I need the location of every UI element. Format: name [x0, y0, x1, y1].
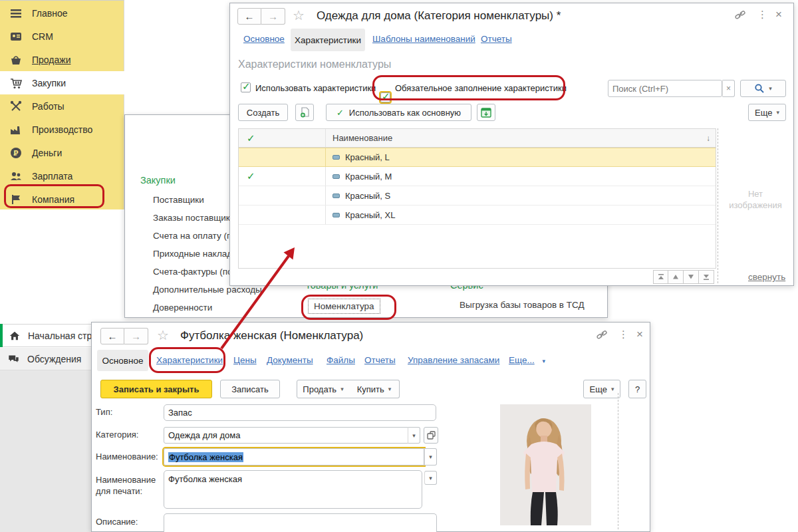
- more-button[interactable]: Еще▾: [583, 380, 620, 398]
- name-cell[interactable]: Красный, M: [326, 172, 716, 182]
- table-header-row[interactable]: ✓ Наименование ↓: [239, 129, 716, 148]
- print-name-field[interactable]: Футболка женская: [164, 470, 422, 509]
- sidebar-item-sales[interactable]: Продажи: [0, 48, 124, 71]
- name-cell[interactable]: Красный, XL: [326, 210, 716, 220]
- tab-documents[interactable]: Документы: [267, 355, 313, 365]
- create-button[interactable]: Создать: [238, 104, 288, 121]
- check-icon: ✓: [336, 108, 344, 118]
- link-receipt-notes[interactable]: Приходные накладн: [153, 249, 237, 259]
- close-icon[interactable]: ×: [775, 8, 782, 21]
- sell-button[interactable]: Продать▾: [297, 380, 350, 398]
- move-top-button[interactable]: [653, 270, 668, 284]
- buy-button[interactable]: Купить▾: [349, 380, 400, 398]
- tab-inventory-management[interactable]: Управление запасами: [408, 355, 499, 365]
- tab-reports[interactable]: Отчеты: [481, 34, 512, 44]
- change-form-button[interactable]: [477, 104, 495, 121]
- name-cell[interactable]: Красный, S: [326, 191, 716, 201]
- forward-button[interactable]: →: [124, 328, 148, 344]
- forward-button[interactable]: →: [261, 8, 285, 25]
- name-header-label: Наименование: [332, 133, 392, 143]
- move-down-button[interactable]: [684, 270, 699, 284]
- use-characteristics-label[interactable]: Использовать характеристики: [255, 83, 376, 93]
- sidebar-item-production[interactable]: Производство: [0, 118, 124, 141]
- home-icon: [9, 330, 21, 342]
- table-row[interactable]: Красный, XL: [239, 205, 716, 225]
- tab-name-templates[interactable]: Шаблоны наименований: [372, 34, 475, 44]
- primary-cell[interactable]: ✓: [239, 167, 326, 186]
- link-tsd-export[interactable]: Выгрузка базы товаров в ТСД: [460, 300, 585, 310]
- sidebar-item-label: Деньги: [32, 148, 62, 158]
- primary-cell[interactable]: [239, 186, 326, 205]
- table-row[interactable]: ✓ Красный, M: [239, 167, 716, 186]
- tab-files[interactable]: Файлы: [327, 355, 355, 365]
- search-clear-icon[interactable]: ×: [722, 80, 735, 97]
- move-bottom-button[interactable]: [699, 270, 714, 284]
- collapse-link[interactable]: свернуть: [748, 272, 785, 282]
- name-cell[interactable]: Красный, L: [326, 152, 716, 162]
- required-characteristics-label[interactable]: Обязательное заполнение характеристики: [395, 83, 567, 93]
- link-suppliers[interactable]: Поставщики: [153, 195, 204, 205]
- save-and-close-button[interactable]: Записать и закрыть: [100, 380, 212, 398]
- description-field[interactable]: [164, 513, 437, 532]
- category-open-button[interactable]: [424, 427, 438, 444]
- sidebar-item-salary[interactable]: Зарплата: [0, 164, 124, 188]
- save-button[interactable]: Записать: [220, 380, 280, 398]
- close-icon[interactable]: ×: [636, 328, 643, 341]
- sidebar-item-works[interactable]: Работы: [0, 94, 124, 118]
- more-menu-icon[interactable]: ⋮: [757, 9, 767, 21]
- required-characteristics-checkbox[interactable]: ✓: [380, 92, 390, 102]
- sidebar-item-main[interactable]: Главное: [0, 1, 124, 25]
- tab-prices[interactable]: Цены: [233, 355, 257, 365]
- tab-characteristics[interactable]: Характеристики: [291, 29, 365, 51]
- link-invoices-payment[interactable]: Счета на оплату (по: [153, 231, 237, 241]
- characteristic-name: Красный, S: [345, 191, 390, 201]
- sidebar-item-purchases[interactable]: Закупки: [0, 71, 124, 94]
- back-button[interactable]: ←: [237, 8, 261, 25]
- link-additional-expenses[interactable]: Дополнительные расходы: [153, 285, 262, 295]
- product-photo[interactable]: [500, 404, 591, 525]
- name-column-header[interactable]: Наименование ↓: [326, 129, 716, 147]
- search-input[interactable]: [608, 80, 722, 97]
- table-row[interactable]: Красный, S: [239, 186, 716, 205]
- name-dropdown-button[interactable]: ▾: [424, 448, 437, 466]
- tab-more[interactable]: Еще... ▾: [509, 355, 545, 365]
- tab-reports[interactable]: Отчеты: [364, 355, 396, 365]
- use-as-primary-button[interactable]: ✓ Использовать как основную: [326, 104, 471, 121]
- tab-characteristics[interactable]: Характеристики: [156, 355, 223, 365]
- get-link-icon[interactable]: [596, 330, 608, 340]
- search-button[interactable]: ▾: [740, 80, 786, 97]
- sidebar-item-crm[interactable]: CRM: [0, 25, 124, 48]
- favorite-star-icon[interactable]: ☆: [293, 7, 305, 23]
- help-button[interactable]: ?: [628, 380, 646, 398]
- move-up-button[interactable]: [668, 270, 684, 284]
- use-characteristics-checkbox[interactable]: ✓: [241, 82, 251, 92]
- link-supplier-orders[interactable]: Заказы поставщика: [153, 213, 235, 223]
- more-menu-icon[interactable]: ⋮: [618, 329, 628, 340]
- more-button[interactable]: Еще ▾: [748, 104, 786, 121]
- print-name-dropdown-button[interactable]: ▾: [424, 471, 437, 485]
- back-button[interactable]: ←: [100, 328, 124, 344]
- move-top-icon: [657, 273, 665, 281]
- primary-column-header[interactable]: ✓: [239, 129, 326, 147]
- chat-icon: [7, 353, 20, 365]
- sort-desc-icon[interactable]: ↓: [706, 134, 710, 143]
- link-nomenclature[interactable]: Номенклатура: [308, 299, 380, 314]
- get-link-icon[interactable]: [734, 10, 746, 21]
- salary-icon: [9, 170, 23, 183]
- primary-cell[interactable]: [239, 148, 326, 166]
- create-copy-button[interactable]: [295, 104, 314, 121]
- sidebar-item-company[interactable]: Компания: [0, 188, 124, 211]
- window-title: Футболка женская (Номенклатура): [180, 329, 363, 342]
- type-field[interactable]: [164, 404, 436, 421]
- table-row[interactable]: Красный, L: [239, 148, 716, 167]
- link-invoices-received[interactable]: Счета-фактуры (пол: [153, 267, 237, 277]
- link-powers-of-attorney[interactable]: Доверенности: [153, 303, 212, 313]
- favorite-star-icon[interactable]: ☆: [157, 327, 169, 343]
- category-dropdown-button[interactable]: ▾: [408, 427, 420, 444]
- primary-cell[interactable]: [239, 205, 326, 224]
- category-field[interactable]: [164, 427, 408, 444]
- tab-main[interactable]: Основное: [97, 350, 148, 371]
- sidebar-item-money[interactable]: P Деньги: [0, 141, 124, 164]
- name-field[interactable]: Футболка женская: [164, 448, 424, 466]
- tab-main[interactable]: Основное: [243, 34, 285, 44]
